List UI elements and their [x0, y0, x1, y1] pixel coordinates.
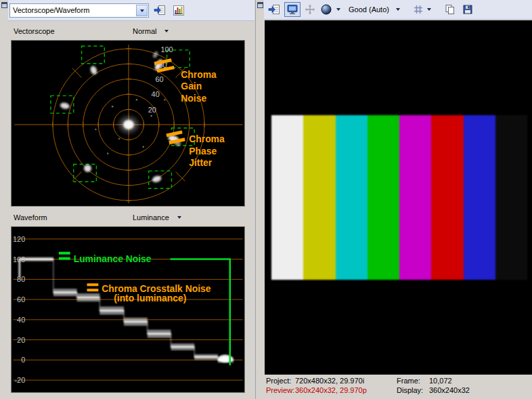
scale-label-20: 20 [148, 106, 156, 114]
preview-toolbar: Good (Auto) [264, 0, 532, 20]
copy-frame-button[interactable] [443, 2, 458, 17]
annotation-text: Gain [181, 81, 202, 91]
preview-status-bar: Project: 720x480x32, 29.970i Frame: 10,0… [265, 375, 532, 399]
color-bar-red [431, 115, 463, 280]
histogram-icon [173, 5, 185, 16]
frame-value: 10,072 [429, 377, 452, 385]
preview-value: 360x240x32, 29.970p [295, 386, 367, 394]
scale-label: 0 [21, 356, 25, 364]
waveform-scale-labels: 120 100 80 60 40 20 0 -20 [13, 235, 25, 384]
scope-type-select[interactable]: Vectorscope/Waveform [9, 3, 149, 18]
vectorscope-title: Vectorscope [14, 27, 55, 35]
annotation-text: Phase [189, 146, 217, 156]
color-bar-blue [464, 115, 495, 280]
document-arrow-icon [268, 4, 280, 16]
dock-handle-icon [257, 2, 263, 8]
chevron-down-icon [177, 216, 181, 219]
dock-handle-icon [1, 2, 7, 8]
display-label: Display: [397, 386, 423, 394]
project-label: Project: [266, 377, 291, 385]
scale-label: 40 [17, 316, 25, 324]
luminance-noise-annotation: Luminance Noise [59, 252, 230, 366]
waveform-trace [18, 257, 233, 363]
annotation-text: Chroma [189, 133, 225, 144]
scale-label-40: 40 [152, 90, 160, 98]
scale-label: 120 [13, 235, 25, 243]
scopes-toolbar: Vectorscope/Waveform [8, 0, 254, 21]
waveform-display: 120 100 80 60 40 20 0 -20 Luminance Nois… [11, 226, 245, 393]
vectorscope-display: 100 80 60 40 20 Chroma Gain Noise Chroma… [11, 40, 245, 207]
video-scopes-panel: Vectorscope/Waveform [0, 0, 254, 399]
video-output-dropdown-button[interactable] [334, 2, 342, 17]
waveform-header: Waveform Luminance [8, 210, 254, 225]
save-frame-button[interactable] [460, 2, 475, 17]
combo-dropdown-button[interactable] [136, 5, 148, 16]
frame-label: Frame: [397, 377, 420, 385]
external-monitor-button[interactable] [303, 2, 317, 17]
vectorscope-header: Vectorscope Normal [8, 24, 254, 39]
overlay-grid-button[interactable] [412, 2, 425, 17]
sphere-icon [320, 3, 332, 16]
annotation-text: Luminance Noise [74, 253, 152, 264]
monitor-icon [286, 3, 298, 16]
scale-label: -20 [14, 376, 25, 384]
chroma-gain-noise-annotation: Chroma Gain Noise Chroma Phase Jitter [154, 58, 225, 168]
chevron-down-icon [164, 30, 169, 33]
project-properties-button[interactable] [266, 2, 282, 17]
color-bar-magenta [399, 115, 431, 280]
vectorscope-mode-value: Normal [133, 27, 156, 35]
color-bar-black [495, 115, 527, 280]
scope-type-value: Vectorscope/Waveform [13, 6, 89, 14]
video-preview-panel: Good (Auto) [255, 0, 532, 399]
annotation-text: Chroma [181, 69, 217, 80]
scale-label: 20 [17, 336, 25, 344]
preview-quality-dropdown[interactable]: Good (Auto) [345, 2, 403, 17]
chevron-down-icon [336, 8, 340, 11]
annotation-text: (into luminance) [114, 293, 186, 303]
color-bars-image [271, 115, 527, 280]
scale-label: 60 [17, 295, 25, 303]
preview-quality-value: Good (Auto) [349, 5, 389, 14]
chevron-down-icon [427, 8, 431, 11]
scopes-and-preview-window: Vectorscope/Waveform [0, 0, 532, 399]
color-bar-yellow [303, 115, 335, 280]
waveform-mode-dropdown[interactable]: Luminance [133, 213, 181, 222]
overlay-grid-dropdown-button[interactable] [425, 2, 433, 17]
waveform-title: Waveform [14, 213, 47, 222]
color-bar-green [368, 115, 399, 280]
pan-arrows-icon [304, 3, 316, 16]
scale-label-100: 100 [160, 45, 173, 54]
video-output-button[interactable] [318, 2, 334, 17]
video-preview-area [265, 20, 532, 375]
chroma-crosstalk-annotation: Chroma Crosstalk Noise (into luminance) [87, 283, 210, 303]
copy-icon [444, 3, 456, 16]
waveform-mode-value: Luminance [133, 213, 169, 222]
copy-snapshot-button[interactable] [152, 3, 168, 18]
scale-label-60: 60 [156, 75, 164, 83]
chevron-down-icon [140, 9, 144, 12]
preview-label: Preview: [266, 386, 294, 394]
color-bar-white [271, 115, 303, 280]
video-preview-button[interactable] [284, 2, 301, 17]
save-icon [462, 3, 474, 16]
scope-settings-button[interactable] [171, 3, 187, 18]
document-arrow-icon [154, 5, 166, 16]
scale-label: 80 [17, 275, 25, 283]
grid-icon [412, 3, 424, 16]
vectorscope-mode-dropdown[interactable]: Normal [133, 27, 169, 35]
chevron-down-icon [396, 8, 400, 11]
annotation-text: Noise [181, 93, 206, 104]
display-value: 360x240x32 [429, 386, 470, 394]
scopes-dock-grip[interactable] [0, 0, 8, 399]
project-value: 720x480x32, 29.970i [295, 377, 364, 385]
preview-dock-grip[interactable] [256, 0, 264, 399]
color-bar-cyan [336, 115, 368, 280]
annotation-text: Jitter [189, 157, 213, 168]
scale-label: 100 [13, 255, 25, 264]
